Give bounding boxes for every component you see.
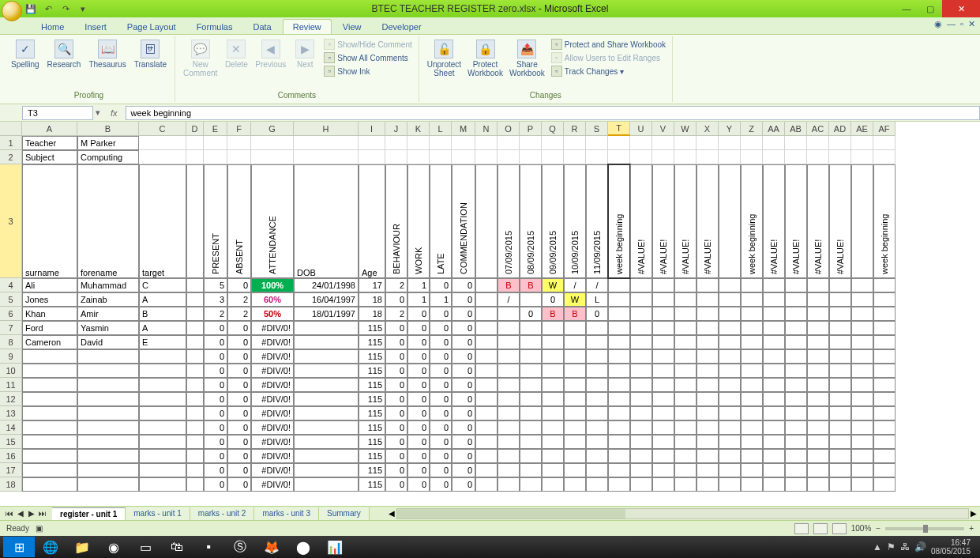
cell[interactable] [763,406,785,420]
cell[interactable] [385,150,407,164]
cell[interactable]: #DIV/0! [251,477,294,492]
cell[interactable] [851,392,873,406]
cell[interactable] [22,392,77,406]
thesaurus-button[interactable]: 📖Thesaurus [85,38,129,70]
cell[interactable] [851,406,873,420]
cell[interactable] [851,420,873,435]
cell[interactable]: Zainab [77,292,139,307]
cell[interactable] [608,364,630,378]
cell[interactable] [719,150,741,164]
save-icon[interactable]: 💾 [24,2,38,15]
show-hide-comment-link[interactable]: ▫Show/Hide Comment [322,38,413,51]
cell[interactable]: 115 [359,477,385,492]
cell[interactable]: Ford [22,321,77,335]
cell[interactable] [829,420,851,435]
cell[interactable] [785,335,807,349]
cell[interactable] [630,463,652,477]
share-workbook-button[interactable]: 📤ShareWorkbook [506,38,548,79]
cell[interactable] [139,420,186,435]
cell[interactable] [498,477,520,492]
cell[interactable] [829,364,851,378]
cell[interactable] [586,136,608,150]
minimize-button[interactable]: — [895,0,918,17]
cell[interactable] [763,435,785,449]
cell[interactable] [186,392,204,406]
cell[interactable] [608,278,630,292]
view-layout-icon[interactable] [813,523,828,534]
cell[interactable] [807,378,829,392]
scroll-thumb[interactable] [397,509,625,518]
cell[interactable] [851,335,873,349]
cell[interactable]: 0 [452,435,475,449]
row-header-5[interactable]: 5 [0,292,22,307]
cell[interactable] [564,364,586,378]
cell[interactable] [652,477,674,492]
cell[interactable]: Yasmin [77,321,139,335]
cell[interactable] [763,392,785,406]
name-box[interactable]: T3 [22,106,93,120]
row-header-16[interactable]: 16 [0,449,22,463]
taskbar-explorer-icon[interactable]: 📁 [66,537,98,557]
cell[interactable]: 115 [359,335,385,349]
cell[interactable] [586,364,608,378]
cell[interactable] [741,136,763,150]
column-header-L[interactable]: L [430,122,452,136]
cell[interactable]: 0 [204,335,227,349]
cell[interactable]: 0 [204,321,227,335]
cell[interactable] [674,150,697,164]
cell[interactable] [520,335,542,349]
taskbar-app1-icon[interactable]: ◉ [98,537,130,557]
cell[interactable]: #VALUE! [652,164,674,278]
cell[interactable] [873,378,896,392]
cell[interactable]: 0 [385,335,407,349]
cell[interactable] [719,406,741,420]
cell[interactable]: 0 [430,435,452,449]
ribbon-tab-home[interactable]: Home [32,20,73,34]
cell[interactable] [674,449,697,463]
row-header-18[interactable]: 18 [0,477,22,492]
cell[interactable] [520,463,542,477]
cell[interactable]: #VALUE! [697,164,719,278]
cell[interactable] [542,364,564,378]
cell[interactable]: 0 [385,349,407,364]
cell[interactable] [586,477,608,492]
cell[interactable] [608,392,630,406]
cell[interactable]: Computing [77,150,139,164]
cell[interactable] [829,349,851,364]
cell[interactable] [741,435,763,449]
cell[interactable]: 0 [385,477,407,492]
cells-area[interactable]: TeacherM ParkerSubjectComputingsurnamefo… [22,136,896,492]
cell[interactable]: 0 [520,307,542,321]
spelling-button[interactable]: ✓Spelling [8,38,43,70]
cell[interactable]: 0 [385,449,407,463]
cell[interactable] [498,463,520,477]
cell[interactable] [741,292,763,307]
row-header-17[interactable]: 17 [0,463,22,477]
cell[interactable] [630,321,652,335]
cell[interactable] [697,463,719,477]
cell[interactable]: 0 [452,420,475,435]
cell[interactable]: / [498,292,520,307]
tray-flag-icon[interactable]: ⚑ [887,541,896,552]
cell[interactable]: LATE [430,164,452,278]
cell[interactable] [741,392,763,406]
cell[interactable] [564,392,586,406]
cell[interactable]: Jones [22,292,77,307]
column-header-Y[interactable]: Y [719,122,741,136]
cell[interactable] [851,364,873,378]
column-header-W[interactable]: W [674,122,697,136]
cell[interactable]: 0 [452,392,475,406]
cell[interactable] [294,136,359,150]
cell[interactable] [674,435,697,449]
cell[interactable]: 0 [452,378,475,392]
cell[interactable]: #DIV/0! [251,406,294,420]
cell[interactable]: #DIV/0! [251,321,294,335]
cell[interactable]: ABSENT [227,164,251,278]
cell[interactable] [498,307,520,321]
ribbon-tab-insert[interactable]: Insert [75,20,116,34]
cell[interactable] [227,150,251,164]
cell[interactable] [22,449,77,463]
cell[interactable]: L [586,292,608,307]
cell[interactable] [652,150,674,164]
column-header-S[interactable]: S [586,122,608,136]
